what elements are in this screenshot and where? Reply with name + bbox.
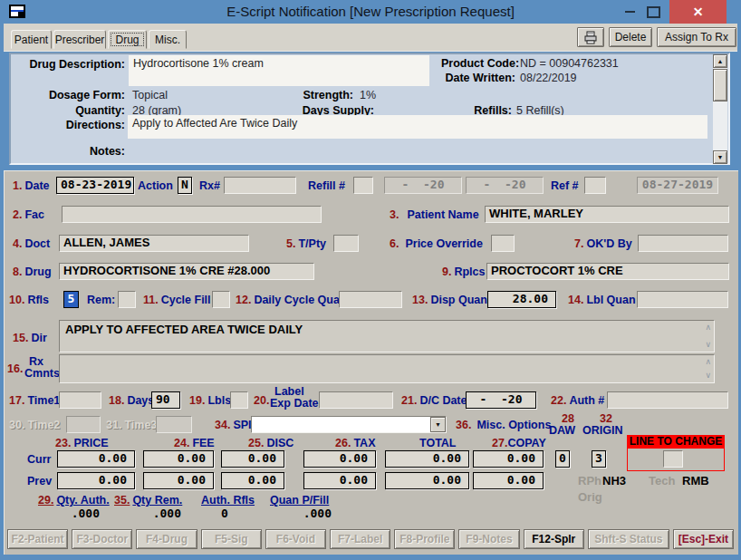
disabled-date-field-3: 08-27-2019 <box>637 177 718 194</box>
lbls-field[interactable] <box>230 391 248 409</box>
scroll-up-button[interactable]: ▲ <box>713 54 727 68</box>
days-field[interactable]: 90 <box>151 391 180 409</box>
curr-total-field[interactable]: 0.00 <box>385 450 469 468</box>
label-exp-date-field[interactable] <box>319 391 393 409</box>
patient-name-field[interactable]: WHITE, MARLEY <box>485 206 729 223</box>
function-key-bar: F2-Patient F3-Doctor F4-Drug F5-Sig F6-V… <box>7 529 734 549</box>
tab-patient[interactable]: Patient <box>11 30 52 49</box>
ref-number-label: Ref # <box>551 179 579 192</box>
tab-prescriber[interactable]: Prescriber <box>53 30 106 49</box>
rem-field[interactable] <box>118 291 136 308</box>
auth-num-field[interactable] <box>607 391 728 409</box>
minimize-button[interactable] <box>618 0 641 24</box>
doct-field[interactable]: ALLEN, JAMES <box>59 235 249 252</box>
curr-fee-field[interactable]: 0.00 <box>143 450 214 468</box>
auth-rfls-value: 0 <box>216 507 234 520</box>
okd-by-field[interactable] <box>638 235 728 252</box>
dosage-form-label: Dosage Form: <box>27 89 125 101</box>
assign-to-rx-button[interactable]: Assign To Rx <box>657 27 736 47</box>
tax-header: 26.TAX <box>335 437 375 449</box>
spi-dropdown-arrow[interactable]: ▼ <box>430 417 446 432</box>
delete-button[interactable]: Delete <box>609 27 652 47</box>
action-field[interactable]: N <box>178 177 192 194</box>
lbls-label: 19.Lbls <box>189 394 231 407</box>
tab-misc[interactable]: Misc. <box>149 30 187 49</box>
prev-copay-field: 0.00 <box>473 472 544 489</box>
print-button[interactable] <box>577 27 604 47</box>
quan-pfill-value: .000 <box>288 507 332 520</box>
rplcs-field[interactable]: PROCTOCORT 1% CRE <box>486 263 729 280</box>
rfls-label: 10.Rfls <box>9 294 49 306</box>
tpty-field[interactable] <box>333 235 359 252</box>
refill-number-field[interactable] <box>353 177 373 194</box>
dir-scroll-up-icon[interactable]: ∧ <box>705 323 711 332</box>
daily-cycle-quan-label: 12.Daily Cycle Quan <box>236 294 347 306</box>
scroll-down-icon: ▼ <box>717 154 724 160</box>
okd-by-label: 7.OK'D By <box>574 237 632 250</box>
cycle-fill-field[interactable] <box>212 291 230 308</box>
daily-cycle-quan-field[interactable] <box>339 291 402 308</box>
f8-profile-button: F8-Profile <box>394 529 455 549</box>
time3-label: 31.Time3 <box>106 419 157 431</box>
scroll-down-button[interactable]: ▼ <box>713 150 727 164</box>
notes-label: Notes: <box>27 145 125 158</box>
curr-tax-field[interactable]: 0.00 <box>303 450 376 468</box>
close-button[interactable]: ✕ <box>669 0 727 24</box>
rfls-field[interactable]: 5 <box>63 291 79 308</box>
cmnts-scroll-up-icon[interactable]: ∧ <box>705 358 711 366</box>
strength-label: Strength: <box>272 89 353 101</box>
action-label: Action <box>138 179 173 192</box>
lbl-quan-label: 14.Lbl Quan <box>568 294 636 306</box>
curr-copay-field[interactable]: 0.00 <box>473 450 544 468</box>
dir-scroll-down-icon[interactable]: ∨ <box>705 341 711 349</box>
daw-field[interactable]: 0 <box>555 450 570 468</box>
drug-field[interactable]: HYDROCORTISONE 1% CRE #28.000 <box>59 263 314 280</box>
dc-date-field[interactable]: - -20 <box>466 391 536 409</box>
daw-num: 28 <box>562 412 577 425</box>
f5-sig-button: F5-Sig <box>201 529 262 549</box>
curr-disc-field[interactable]: 0.00 <box>221 450 284 468</box>
spi-dropdown[interactable]: ▼ <box>251 416 447 433</box>
rx-cmnts-label-line2: Cmnts <box>24 368 60 380</box>
price-override-label: 6.Price Override <box>390 237 483 250</box>
disp-quan-label: 13.Disp Quan <box>412 294 487 306</box>
tech-value: RMB <box>682 474 709 488</box>
quantity-label: Quantity: <box>27 104 125 117</box>
tab-drug[interactable]: Drug <box>108 30 147 49</box>
drug-panel-scrollbar-thumb[interactable] <box>713 69 727 101</box>
price-override-field[interactable] <box>491 235 515 252</box>
fac-field[interactable] <box>62 206 322 223</box>
prev-label: Prev <box>27 475 52 488</box>
cmnts-scroll-down-icon[interactable]: ∨ <box>705 372 711 380</box>
date-written-value: 08/22/2019 <box>520 72 577 84</box>
esc-exit-button[interactable]: [Esc]-Exit <box>673 529 734 549</box>
maximize-button[interactable] <box>641 0 665 24</box>
curr-price-field[interactable]: 0.00 <box>57 450 135 468</box>
drug-description-field[interactable]: Hydrocortisone 1% cream <box>129 55 429 86</box>
qty-auth-label: 29.Qty. Auth. <box>38 494 110 507</box>
f12-splr-button[interactable]: F12-Splr <box>524 529 584 549</box>
ref-number-field[interactable] <box>584 177 606 194</box>
printer-icon <box>583 31 598 44</box>
dir-field[interactable]: APPLY TO AFFECTED AREA TWICE DAILY ∧ ∨ <box>59 320 715 352</box>
rx-number-field[interactable] <box>224 177 296 194</box>
origin-num: 32 <box>600 412 615 425</box>
scroll-up-icon: ▲ <box>717 58 724 64</box>
prev-disc-field: 0.00 <box>221 472 284 489</box>
product-code-label: Product Code: <box>441 57 515 70</box>
rph-label: RPh <box>578 474 601 488</box>
lbl-quan-field[interactable] <box>637 291 728 308</box>
time3-field <box>156 416 192 433</box>
rx-cmnts-field[interactable]: ∧ ∨ <box>59 354 715 383</box>
directions-field[interactable]: Apply to Affected Are Twice Daily <box>128 115 707 139</box>
origin-field[interactable]: 3 <box>592 450 606 468</box>
directions-label: Directions: <box>27 119 125 131</box>
cycle-fill-label: 11.Cycle Fill <box>143 294 211 306</box>
date-field[interactable]: 08-23-2019 <box>56 177 134 194</box>
time1-field[interactable] <box>59 391 101 409</box>
f4-drug-button: F4-Drug <box>136 529 197 549</box>
line-to-change-field[interactable] <box>663 450 683 468</box>
disp-quan-field[interactable]: 28.00 <box>487 291 556 308</box>
dc-date-label: 21.D/C Date <box>401 394 467 407</box>
quan-pfill-label: Quan P/Fill <box>270 494 329 507</box>
